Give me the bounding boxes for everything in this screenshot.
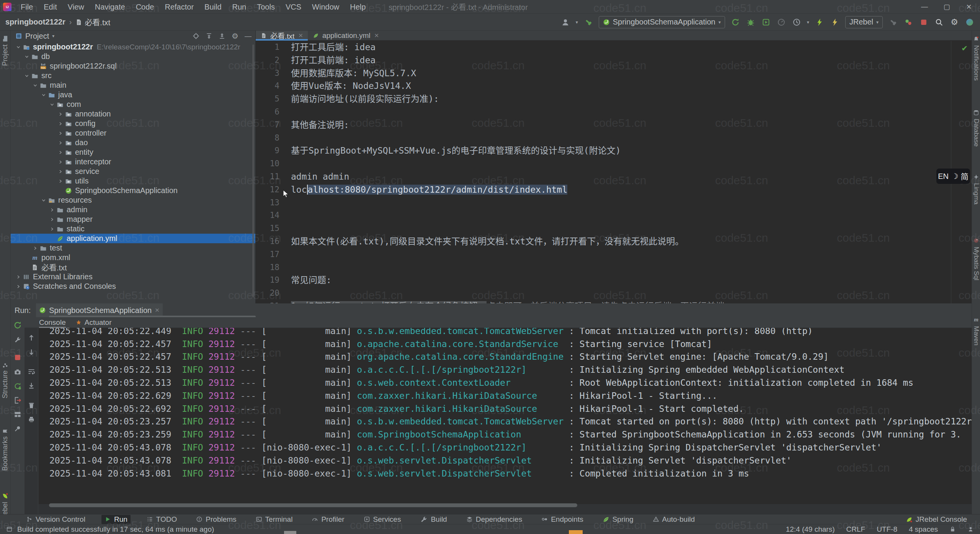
tree-item-application-yml[interactable]: application.yml (11, 234, 256, 243)
log-line[interactable]: 2025-11-04 20:05:43.078 INFO 29112 --- [… (49, 454, 980, 467)
editor-line-20[interactable]: 20 (256, 287, 972, 300)
editor-tab--txt[interactable]: 必看.txt✕ (256, 31, 308, 40)
chevron-right-icon[interactable] (48, 208, 56, 212)
tree-item-utils[interactable]: utils (11, 176, 256, 186)
menu-code[interactable]: Code (131, 3, 160, 11)
tree-item-admin[interactable]: admin (11, 205, 256, 215)
tree-item-resources[interactable]: resources (11, 195, 256, 205)
log-line[interactable]: 2025-11-04 20:05:23.257 INFO 29112 --- [… (49, 415, 980, 428)
inspections-profile-icon[interactable] (967, 526, 974, 532)
breadcrumb-project[interactable]: springboot2122r (5, 18, 65, 26)
collapse-all-icon[interactable] (219, 33, 225, 39)
lock-icon[interactable] (949, 526, 956, 532)
editor-line-16[interactable]: 16如果本文件(必看.txt),同级目录文件夹下有说明文档.txt文件，请打开看… (256, 235, 972, 248)
toolwindow-terminal[interactable]: Terminal (253, 515, 296, 524)
panel-hide-icon[interactable]: — (245, 32, 252, 40)
build-status-message[interactable]: Build completed successfully in 17 sec, … (17, 525, 214, 534)
tree-item-main[interactable]: main (11, 80, 256, 90)
stripe-structure-tab[interactable]: Structure (1, 362, 9, 398)
project-tree-scrollbar[interactable] (252, 44, 254, 297)
chevron-down-icon[interactable]: ▾ (52, 33, 54, 39)
editor-line-1[interactable]: 1打开工具后端: idea (256, 41, 972, 54)
close-button[interactable]: ✕ (958, 0, 980, 14)
toolwindow-version-control[interactable]: Version Control (23, 515, 88, 524)
soft-wrap-icon[interactable] (28, 368, 35, 375)
run-tab[interactable]: SpringbootSchemaApplication ✕ (36, 303, 163, 317)
expand-all-icon[interactable] (206, 33, 212, 39)
chevron-right-icon[interactable] (57, 131, 64, 136)
log-line[interactable]: 2025-11-04 20:05:22.457 INFO 29112 --- [… (49, 351, 980, 364)
tree-item-scratches-and-consoles[interactable]: Scratches and Consoles (11, 282, 256, 291)
toolwindow-spring[interactable]: Spring (599, 515, 637, 524)
tree-item-mapper[interactable]: mapper (11, 215, 256, 224)
tree-item-static[interactable]: static (11, 224, 256, 234)
chevron-right-icon[interactable] (15, 275, 22, 279)
edit-configuration-icon[interactable] (14, 336, 21, 344)
stripe-lingma-tab[interactable]: Lingma (972, 174, 980, 205)
profiler-button[interactable] (776, 17, 786, 27)
tree-item-config[interactable]: config (11, 119, 256, 128)
next-message-icon[interactable] (28, 348, 35, 356)
menu-tools[interactable]: Tools (252, 3, 280, 11)
tree-item-controller[interactable]: controller (11, 128, 256, 138)
toolwindow-dependencies[interactable]: Dependencies (463, 515, 525, 524)
chevron-down-icon[interactable] (48, 102, 56, 107)
chevron-right-icon[interactable] (48, 217, 56, 222)
tree-item-src[interactable]: src (11, 71, 256, 80)
inspections-ok-icon[interactable]: ✔ (961, 44, 968, 53)
log-line[interactable]: 2025-11-04 20:05:43.078 INFO 29112 --- [… (49, 441, 980, 454)
editor-line-15[interactable]: 15 (256, 222, 972, 235)
editor-line-14[interactable]: 14 (256, 209, 972, 222)
tree-item-entity[interactable]: entity (11, 147, 256, 157)
stripe-maven-tab[interactable]: mMaven (972, 316, 980, 346)
chevron-down-icon[interactable] (40, 198, 47, 203)
chevron-right-icon[interactable] (57, 150, 64, 155)
settings-gear-icon[interactable]: ⚙ (949, 17, 959, 27)
chevron-right-icon[interactable] (57, 112, 64, 116)
menu-file[interactable]: File (15, 3, 38, 11)
editor-line-18[interactable]: 18 (256, 261, 972, 274)
tree-item-pom-xml[interactable]: mpom.xml (11, 253, 256, 262)
editor-line-10[interactable]: 10 (256, 157, 972, 170)
stripe-database-tab[interactable]: Database (972, 110, 980, 147)
log-line[interactable]: 2025-11-04 20:05:22.457 INFO 29112 --- [… (49, 338, 980, 351)
stripe-bookmarks-tab[interactable]: Bookmarks (1, 428, 9, 471)
editor-line-5[interactable]: 5前端访问地址(以前段实际运行为准): (256, 93, 972, 106)
console-tab-actuator[interactable]: Actuator (76, 317, 112, 328)
chevron-right-icon[interactable] (31, 246, 39, 251)
close-icon[interactable]: ✕ (298, 32, 303, 39)
plugin-icon[interactable] (903, 17, 913, 27)
project-panel-title[interactable]: Project (25, 32, 49, 41)
prev-message-icon[interactable] (28, 334, 35, 342)
tree-item-dao[interactable]: dao (11, 138, 256, 147)
log-line[interactable]: 2025-11-04 20:05:43.081 INFO 29112 --- [… (49, 467, 980, 480)
layout-settings-icon[interactable] (14, 411, 21, 418)
menu-vcs[interactable]: VCS (280, 3, 307, 11)
menu-navigate[interactable]: Navigate (90, 3, 131, 11)
toolwindow-profiler[interactable]: Profiler (309, 515, 347, 524)
editor-tab-application-yml[interactable]: application.yml✕ (308, 31, 384, 40)
coverage-button[interactable] (761, 17, 771, 27)
run-button[interactable] (730, 17, 740, 27)
minimize-button[interactable]: — (913, 0, 936, 14)
run-configuration-select[interactable]: SpringbootSchemaApplication ▾ (599, 16, 725, 28)
menu-edit[interactable]: Edit (38, 3, 62, 11)
jrebel-console-tab[interactable]: JRebel Console (906, 515, 967, 524)
toolwindow-problems[interactable]: Problems (193, 515, 239, 524)
caret-position[interactable]: 12:4 (49 chars) (786, 525, 835, 534)
jrebel-run-button[interactable] (815, 17, 825, 27)
stripe-project-tab[interactable]: Project (1, 35, 9, 66)
console-output[interactable]: 2025-11-04 20:05:20.807 INFO 29112 --- [… (39, 320, 980, 504)
chevron-right-icon[interactable] (57, 179, 64, 183)
chevron-down-icon[interactable] (23, 74, 31, 78)
tree-item-interceptor[interactable]: interceptor (11, 157, 256, 167)
jrebel-select[interactable]: JRebel ▾ (845, 16, 883, 28)
chevron-down-icon[interactable] (40, 93, 47, 97)
log-line[interactable]: 2025-11-04 20:05:22.513 INFO 29112 --- [… (49, 377, 980, 390)
maximize-button[interactable]: ▢ (936, 0, 958, 14)
tree-item-test[interactable]: test (11, 243, 256, 253)
tree-item-java[interactable]: java (11, 90, 256, 100)
editor-line-4[interactable]: 4使用Vue版本: NodeJsV14.X (256, 80, 972, 93)
close-icon[interactable]: ✕ (155, 307, 160, 314)
menu-refactor[interactable]: Refactor (159, 3, 199, 11)
